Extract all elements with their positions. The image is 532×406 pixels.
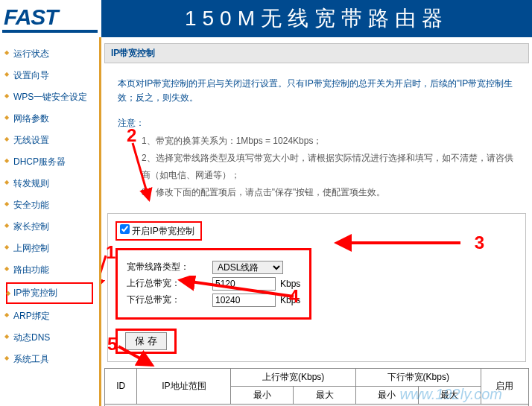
logo: FAST	[0, 4, 101, 33]
sidebar-item-access[interactable]: 上网控制	[0, 238, 99, 259]
sidebar-item-system[interactable]: 系统工具	[0, 349, 99, 370]
save-button[interactable]: 保 存	[125, 332, 167, 350]
line-type-label: 宽带线路类型：	[127, 261, 212, 273]
bandwidth-config: 宽带线路类型： ADSL线路 上行总带宽： Kbps 下行总带宽： Kbps	[115, 248, 311, 320]
th-id: ID	[105, 368, 137, 404]
sidebar-item-bandwidth[interactable]: IP带宽控制	[6, 282, 93, 304]
downstream-unit: Kbps	[280, 295, 300, 305]
save-button-wrap: 保 存	[115, 329, 177, 354]
sidebar-item-route[interactable]: 路由功能	[0, 259, 99, 281]
sidebar-item-network[interactable]: 网络参数	[0, 108, 99, 130]
sidebar-item-status[interactable]: 运行状态	[0, 43, 99, 65]
th-up-min: 最小	[231, 386, 294, 404]
sidebar-item-wizard[interactable]: 设置向导	[0, 65, 99, 86]
th-up: 上行带宽(Kbps)	[231, 368, 356, 386]
sidebar-item-ddns[interactable]: 动态DNS	[0, 327, 99, 349]
th-range: IP地址范围	[137, 368, 231, 404]
header: FAST 150M无线宽带路由器	[0, 0, 532, 37]
th-down: 下行带宽(Kbps)	[355, 368, 481, 386]
line-type-select[interactable]: ADSL线路	[212, 261, 283, 274]
notes: 1、带宽的换算关系为：1Mbps = 1024Kbps； 2、选择宽带线路类型及…	[104, 131, 529, 206]
intro-text: 本页对IP带宽控制的开启与关闭进行设置。只有IP带宽控制的总开关为开启时，后续的…	[104, 66, 529, 111]
enable-checkbox[interactable]	[120, 224, 130, 234]
form-box: 开启IP带宽控制 宽带线路类型： ADSL线路 上行总带宽： Kbps	[107, 213, 526, 362]
sidebar-item-security[interactable]: 安全功能	[0, 194, 99, 216]
sidebar-item-forward[interactable]: 转发规则	[0, 173, 99, 194]
th-up-max: 最大	[294, 386, 356, 404]
th-down-min: 最小	[355, 386, 418, 404]
panel-title: IP带宽控制	[104, 43, 529, 63]
th-down-max: 最大	[418, 386, 481, 404]
upstream-input[interactable]	[212, 277, 276, 291]
th-enable: 启用	[481, 368, 528, 404]
sidebar-item-parental[interactable]: 家长控制	[0, 216, 99, 238]
sidebar-item-dhcp[interactable]: DHCP服务器	[0, 151, 99, 173]
content: IP带宽控制 本页对IP带宽控制的开启与关闭进行设置。只有IP带宽控制的总开关为…	[101, 37, 532, 406]
downstream-input[interactable]	[212, 294, 276, 307]
enable-checkbox-row: 开启IP带宽控制	[115, 221, 202, 241]
page-title: 150M无线宽带路由器	[101, 0, 532, 37]
sidebar-item-wireless[interactable]: 无线设置	[0, 130, 99, 151]
upstream-label: 上行总带宽：	[127, 277, 212, 290]
sidebar: 运行状态 设置向导 WPS一键安全设定 网络参数 无线设置 DHCP服务器 转发…	[0, 37, 101, 406]
enable-checkbox-label: 开启IP带宽控制	[132, 226, 194, 236]
note-title: 注意：	[104, 111, 529, 131]
downstream-label: 下行总带宽：	[127, 294, 212, 306]
upstream-unit: Kbps	[280, 279, 300, 289]
sidebar-item-arp[interactable]: ARP绑定	[0, 305, 99, 327]
sidebar-item-wps[interactable]: WPS一键安全设定	[0, 86, 99, 108]
rules-table: ID IP地址范围 上行带宽(Kbps) 下行带宽(Kbps) 启用 最小 最大…	[104, 368, 529, 406]
